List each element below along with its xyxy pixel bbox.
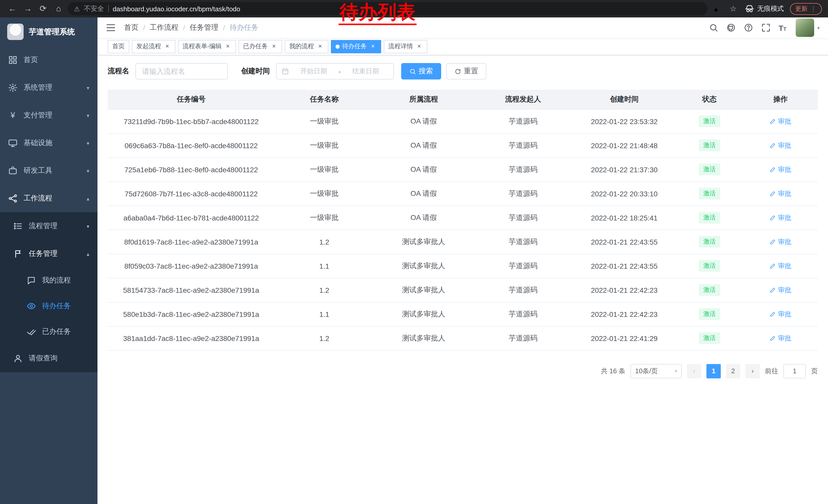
table-row: 580e1b3d-7ac8-11ec-a9e2-a2380e71991a 1.1… [108, 302, 818, 326]
start-date-placeholder[interactable]: 开始日期 [291, 67, 336, 76]
back-icon[interactable]: ← [6, 0, 18, 17]
approve-link[interactable]: 审批 [770, 310, 791, 319]
task-name: 1.2 [275, 230, 374, 254]
approve-link[interactable]: 审批 [770, 213, 791, 222]
sidebar-item-label: 任务管理 [29, 249, 57, 259]
url-text[interactable]: dashboard.yudao.iocoder.cn/bpm/task/todo [113, 5, 240, 12]
search-button[interactable]: 搜索 [401, 63, 441, 80]
goto-page-input[interactable] [783, 364, 806, 378]
breadcrumb-home[interactable]: 首页 [124, 23, 138, 32]
sidebar-item-workflow[interactable]: 工作流程 ▴ [0, 185, 97, 212]
sidebar-item-devtools[interactable]: 研发工具 ▾ [0, 157, 97, 185]
app-title: 芋道管理系统 [29, 27, 75, 37]
sidebar-item-leave-query[interactable]: 请假查询 [0, 345, 97, 372]
navbar-actions: TT ▾ [705, 18, 820, 37]
avatar-caret-icon[interactable]: ▾ [817, 25, 820, 31]
task-process: OA 请假 [374, 205, 473, 230]
header-search-button[interactable] [705, 23, 722, 32]
close-icon[interactable]: × [271, 43, 278, 50]
approve-link[interactable]: 审批 [770, 141, 791, 150]
approve-link[interactable]: 审批 [770, 237, 791, 246]
home-icon[interactable]: ⌂ [52, 0, 65, 17]
approve-link[interactable]: 审批 [770, 165, 791, 174]
status-badge: 激活 [699, 188, 720, 199]
tab-process-detail[interactable]: 流程详情 × [384, 40, 427, 53]
page-size-select[interactable]: 10条/页 ▾ [630, 364, 682, 378]
sidebar-item-system[interactable]: 系统管理 ▾ [0, 74, 97, 101]
column-header: 操作 [743, 90, 818, 109]
tab-process-form-edit[interactable]: 流程表单-编辑 × [178, 40, 236, 53]
font-size-button[interactable]: TT [774, 23, 791, 32]
approve-link[interactable]: 审批 [770, 261, 791, 270]
close-icon[interactable]: × [224, 43, 232, 50]
close-icon[interactable]: × [164, 43, 171, 50]
sidebar-item-done-tasks[interactable]: 已办任务 [0, 319, 97, 345]
chevron-down-icon: ▾ [87, 112, 89, 118]
page-button-1[interactable]: 1 [706, 364, 721, 378]
close-icon[interactable]: × [317, 43, 324, 50]
user-avatar[interactable] [796, 18, 814, 37]
sidebar-item-payment[interactable]: ¥ 支付管理 ▾ [0, 101, 97, 129]
table-row: 75d72608-7b7f-11ec-a3c8-acde48001122 一级审… [108, 182, 818, 205]
update-browser-button[interactable]: 更新 ⋮ [790, 3, 822, 15]
page-size-value: 10条/页 [635, 366, 658, 375]
password-key-icon[interactable] [713, 4, 722, 13]
sidebar-item-process-management[interactable]: 流程管理 ▾ [0, 212, 97, 240]
browser-menu-icon[interactable]: ⋮ [810, 5, 817, 12]
search-button-label: 搜索 [419, 67, 433, 76]
approve-link[interactable]: 审批 [770, 285, 791, 294]
edit-pencil-icon [770, 287, 776, 293]
task-name: 一级审批 [275, 205, 374, 230]
fullscreen-button[interactable] [757, 23, 774, 32]
tab-my-process[interactable]: 我的流程 × [285, 40, 328, 53]
fullscreen-icon [761, 23, 770, 32]
process-name-input[interactable] [135, 63, 228, 80]
approve-link[interactable]: 审批 [770, 189, 791, 198]
reset-button[interactable]: 重置 [446, 63, 486, 80]
task-created: 2022-01-21 22:42:23 [573, 302, 676, 326]
end-date-placeholder[interactable]: 结束日期 [343, 67, 388, 76]
sidebar-item-infrastructure[interactable]: 基础设施 ▾ [0, 129, 97, 157]
date-range-picker[interactable]: 开始日期 - 结束日期 [276, 63, 394, 80]
tab-done-tasks[interactable]: 已办任务 × [239, 40, 282, 53]
sidebar-item-task-management[interactable]: 任务管理 ▴ [0, 240, 97, 268]
tab-label: 待办任务 [342, 42, 367, 51]
task-id: 069c6a63-7b8a-11ec-8ef0-acde48001122 [108, 133, 275, 157]
breadcrumb-task-management[interactable]: 任务管理 [190, 23, 218, 32]
bookmark-star-icon[interactable]: ☆ [730, 4, 737, 13]
task-id: 580e1b3d-7ac8-11ec-a9e2-a2380e71991a [108, 302, 275, 326]
task-initiator: 芋道源码 [473, 326, 573, 350]
tab-start-process[interactable]: 发起流程 × [132, 40, 175, 53]
app-logo[interactable]: 芋道管理系统 [0, 17, 97, 46]
status-badge: 激活 [699, 236, 720, 248]
next-page-button[interactable]: › [745, 364, 760, 378]
tab-todo-tasks[interactable]: 待办任务 × [331, 40, 381, 53]
tab-label: 流程表单-编辑 [182, 42, 222, 51]
sidebar-item-label: 基础设施 [24, 138, 52, 148]
double-check-icon [27, 327, 36, 336]
tags-view-bar: 首页 发起流程 × 流程表单-编辑 × 已办任务 × 我的流程 × 待办任务 ×… [97, 38, 828, 55]
column-header: 任务编号 [108, 90, 275, 109]
edit-pencil-icon [770, 335, 776, 341]
approve-link[interactable]: 审批 [770, 333, 791, 343]
sidebar-item-home[interactable]: 首页 [0, 46, 97, 74]
forward-icon[interactable]: → [22, 0, 34, 17]
sidebar-toggle-icon[interactable] [106, 22, 116, 33]
sidebar-item-my-process[interactable]: 我的流程 [0, 268, 97, 293]
tab-home[interactable]: 首页 [108, 40, 129, 53]
page-button-2[interactable]: 2 [726, 364, 740, 378]
close-icon[interactable]: × [416, 43, 423, 50]
sidebar-item-todo-tasks[interactable]: 待办任务 [0, 293, 97, 319]
yen-icon: ¥ [8, 111, 17, 120]
approve-link[interactable]: 审批 [770, 117, 791, 126]
docs-help-button[interactable] [740, 23, 757, 32]
close-icon[interactable]: × [369, 43, 377, 50]
prev-page-button[interactable]: ‹ [687, 364, 701, 378]
reload-icon[interactable]: ⟳ [37, 0, 49, 17]
breadcrumb-workflow[interactable]: 工作流程 [150, 23, 178, 32]
github-button[interactable] [722, 23, 740, 32]
breadcrumb-separator: / [183, 24, 185, 32]
task-process: OA 请假 [374, 157, 473, 182]
tab-label: 流程详情 [388, 42, 413, 51]
chevron-down-icon: ▾ [87, 140, 89, 146]
